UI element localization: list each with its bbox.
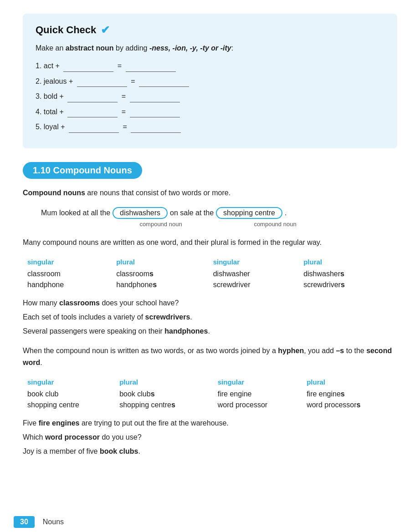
para2: When the compound noun is written as two…	[23, 345, 397, 368]
th2-plural-2: plural	[302, 376, 397, 389]
footer: 30 Nouns	[0, 512, 420, 532]
qc-item-1: 1. act + =	[36, 60, 384, 72]
sentence-2: Each set of tools includes a variety of …	[23, 312, 397, 323]
qc-item-2: 2. jealous + =	[36, 76, 384, 87]
section-header: 1.10 Compound Nouns	[23, 162, 142, 179]
definition: Compound nouns are nouns that consist of…	[23, 187, 397, 199]
label-compound-1: compound noun	[124, 221, 197, 228]
th2-plural-1: plural	[115, 376, 213, 389]
th-plural-2: plural	[299, 256, 397, 269]
th2-singular-2: singular	[213, 376, 302, 389]
sentence-5: Which word processor do you use?	[23, 432, 397, 443]
noun-table-2: singular plural singular plural book clu…	[23, 376, 397, 410]
quick-check-box: Quick Check ✔ Make an abstract noun by a…	[23, 14, 397, 148]
page-number: 30	[14, 516, 35, 528]
qc-item-4: 4. total + =	[36, 106, 384, 118]
sentence-3: Several passengers were speaking on thei…	[23, 326, 397, 337]
compound-pill-1: dishwashers	[113, 207, 168, 219]
sentence-4: Five fire engines are trying to put out …	[23, 418, 397, 429]
table-row: handphone handphones screwdriver screwdr…	[23, 279, 397, 290]
example-sentence-row: Mum looked at all the dishwashers on sal…	[41, 207, 397, 219]
sentence-1: How many classrooms does your school hav…	[23, 298, 397, 309]
sentences-2: Five fire engines are trying to put out …	[23, 418, 397, 457]
qc-instruction: Make an abstract noun by adding -ness, -…	[36, 43, 384, 54]
checkmark-icon: ✔	[101, 24, 110, 36]
footer-section: Nouns	[43, 518, 64, 526]
qc-item-3: 3. bold + =	[36, 91, 384, 102]
th-singular-1: singular	[23, 256, 112, 269]
qc-item-5: 5. loyal + =	[36, 121, 384, 133]
quick-check-label: Quick Check	[36, 24, 96, 36]
th-plural-1: plural	[112, 256, 209, 269]
sentences-1: How many classrooms does your school hav…	[23, 298, 397, 337]
label-compound-2: compound noun	[241, 221, 309, 228]
example-block: Mum looked at all the dishwashers on sal…	[41, 207, 397, 228]
table-row: shopping centre shopping centres word pr…	[23, 400, 397, 410]
table-row: book club book clubs fire engine fire en…	[23, 389, 397, 400]
label-row: compound noun compound noun	[41, 221, 397, 228]
compound-pill-2: shopping centre	[216, 207, 282, 219]
th-singular-2: singular	[209, 256, 299, 269]
para1: Many compound nouns are written as one w…	[23, 237, 397, 248]
sentence-6: Joy is a member of five book clubs.	[23, 446, 397, 457]
quick-check-title: Quick Check ✔	[36, 24, 384, 36]
noun-table-1: singular plural singular plural classroo…	[23, 256, 397, 290]
th2-singular-1: singular	[23, 376, 115, 389]
table-row: classroom classrooms dishwasher dishwash…	[23, 269, 397, 279]
page: Quick Check ✔ Make an abstract noun by a…	[0, 0, 420, 532]
